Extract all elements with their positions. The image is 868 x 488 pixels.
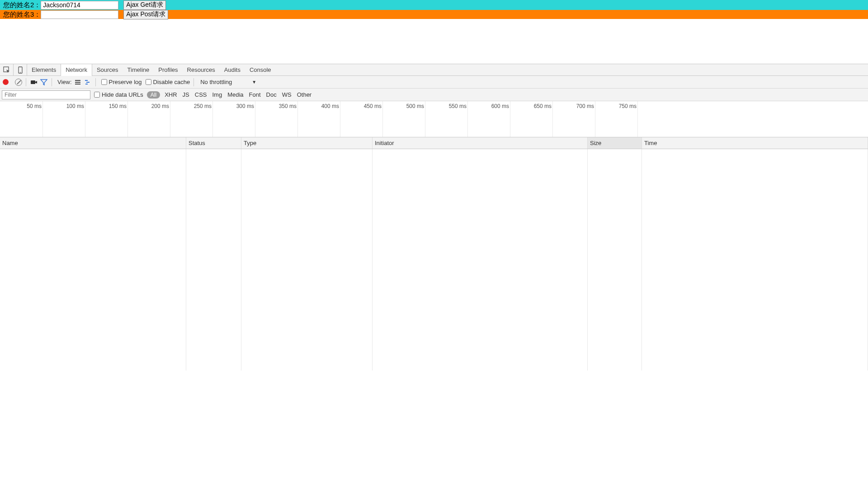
timeline-gridline — [297, 101, 298, 137]
timeline-gridline — [595, 101, 595, 137]
svg-rect-8 — [86, 82, 90, 83]
disable-cache-input[interactable] — [146, 79, 151, 85]
divider — [52, 78, 52, 86]
camera-icon[interactable] — [30, 78, 38, 86]
disable-cache-checkbox[interactable]: Disable cache — [146, 79, 190, 85]
timeline-tick-label: 750 ms — [619, 103, 637, 109]
devtools-tab-bar: Elements Network Sources Timeline Profil… — [0, 64, 868, 76]
col-type[interactable]: Type — [241, 137, 373, 149]
record-icon[interactable] — [3, 79, 9, 85]
filter-type-all[interactable]: All — [147, 91, 160, 99]
tab-console[interactable]: Console — [245, 64, 276, 76]
filter-type-ws[interactable]: WS — [281, 91, 292, 98]
svg-point-2 — [20, 72, 21, 73]
input-name2[interactable] — [41, 1, 118, 9]
filter-type-js[interactable]: JS — [182, 91, 190, 98]
filter-icon[interactable] — [40, 78, 48, 86]
filter-type-img[interactable]: Img — [211, 91, 223, 98]
large-rows-icon[interactable] — [74, 79, 82, 86]
svg-rect-6 — [75, 84, 80, 84]
network-filter-bar: Hide data URLs All XHR JS CSS Img Media … — [0, 89, 868, 101]
dropdown-arrow-icon: ▼ — [252, 80, 256, 84]
svg-rect-4 — [75, 80, 80, 81]
timeline-gridline — [552, 101, 553, 137]
col-initiator[interactable]: Initiator — [373, 137, 588, 149]
devtools-panel: Elements Network Sources Timeline Profil… — [0, 64, 868, 371]
timeline-gridline — [382, 101, 383, 137]
col-size[interactable]: Size — [588, 137, 642, 149]
divider — [26, 78, 26, 86]
svg-rect-9 — [85, 84, 88, 84]
timeline-tick-label: 200 ms — [151, 103, 169, 109]
timeline-gridline — [85, 101, 85, 137]
ajax-get-button[interactable]: Ajax Get请求 — [123, 0, 166, 10]
page-form-area: 您的姓名2： Ajax Get请求 您的姓名3： Ajax Post请求 — [0, 0, 868, 19]
network-toolbar: View: Preserve log Disable cache No thro… — [0, 76, 868, 89]
timeline-tick-label: 550 ms — [449, 103, 467, 109]
timeline-gridline — [340, 101, 340, 137]
view-label: View: — [57, 79, 72, 85]
network-table-body — [0, 149, 868, 371]
timeline-tick-label: 500 ms — [406, 103, 424, 109]
tab-resources[interactable]: Resources — [183, 64, 220, 76]
filter-type-media[interactable]: Media — [226, 91, 244, 98]
input-name3[interactable] — [41, 10, 118, 19]
svg-rect-3 — [31, 80, 35, 84]
network-timeline[interactable]: 50 ms100 ms150 ms200 ms250 ms300 ms350 m… — [0, 101, 868, 137]
timeline-tick-label: 250 ms — [194, 103, 212, 109]
filter-type-other[interactable]: Other — [296, 91, 313, 98]
timeline-tick-label: 450 ms — [364, 103, 382, 109]
filter-type-font[interactable]: Font — [248, 91, 262, 98]
tab-sources[interactable]: Sources — [92, 64, 123, 76]
hide-data-urls-checkbox[interactable]: Hide data URLs — [94, 91, 143, 98]
tab-audits[interactable]: Audits — [220, 64, 245, 76]
tab-network[interactable]: Network — [61, 64, 92, 76]
timeline-tick-label: 350 ms — [279, 103, 297, 109]
filter-type-doc[interactable]: Doc — [265, 91, 278, 98]
disable-cache-label: Disable cache — [153, 79, 190, 85]
timeline-tick-label: 600 ms — [491, 103, 509, 109]
waterfall-view-icon[interactable] — [84, 79, 92, 86]
filter-type-css[interactable]: CSS — [194, 91, 208, 98]
hide-data-urls-input[interactable] — [94, 92, 100, 98]
preserve-log-label: Preserve log — [109, 79, 142, 85]
svg-rect-7 — [85, 80, 88, 81]
timeline-tick-label: 300 ms — [236, 103, 254, 109]
timeline-gridline — [467, 101, 468, 137]
timeline-tick-label: 100 ms — [66, 103, 84, 109]
hide-data-urls-label: Hide data URLs — [102, 91, 143, 98]
label-name2: 您的姓名2： — [3, 1, 41, 9]
timeline-gridline — [425, 101, 425, 137]
inspect-element-icon[interactable] — [0, 64, 14, 76]
svg-rect-5 — [75, 82, 80, 83]
timeline-gridline — [42, 101, 43, 137]
clear-icon[interactable] — [15, 79, 22, 86]
throttling-select[interactable]: No throttling — [200, 79, 250, 85]
tab-profiles[interactable]: Profiles — [154, 64, 182, 76]
timeline-tick-label: 150 ms — [109, 103, 127, 109]
tab-timeline[interactable]: Timeline — [123, 64, 154, 76]
timeline-gridline — [255, 101, 255, 137]
ajax-post-button[interactable]: Ajax Post请求 — [123, 10, 168, 19]
timeline-tick-label: 700 ms — [576, 103, 594, 109]
timeline-tick-label: 400 ms — [321, 103, 339, 109]
tab-elements[interactable]: Elements — [27, 64, 61, 76]
timeline-gridline — [170, 101, 170, 137]
filter-type-xhr[interactable]: XHR — [164, 91, 178, 98]
divider — [193, 78, 194, 86]
timeline-tick-label: 50 ms — [27, 103, 42, 109]
timeline-gridline — [637, 101, 638, 137]
divider — [95, 78, 96, 86]
timeline-gridline — [510, 101, 510, 137]
timeline-tick-label: 650 ms — [534, 103, 552, 109]
col-time[interactable]: Time — [642, 137, 868, 149]
filter-input[interactable] — [2, 90, 90, 99]
form-row-post: 您的姓名3： Ajax Post请求 — [0, 10, 868, 19]
preserve-log-checkbox[interactable]: Preserve log — [101, 79, 142, 85]
preserve-log-input[interactable] — [101, 79, 107, 85]
timeline-gridline — [212, 101, 213, 137]
col-status[interactable]: Status — [186, 137, 241, 149]
device-toolbar-icon[interactable] — [14, 64, 27, 76]
col-name[interactable]: Name — [0, 137, 186, 149]
label-name3: 您的姓名3： — [3, 10, 41, 19]
